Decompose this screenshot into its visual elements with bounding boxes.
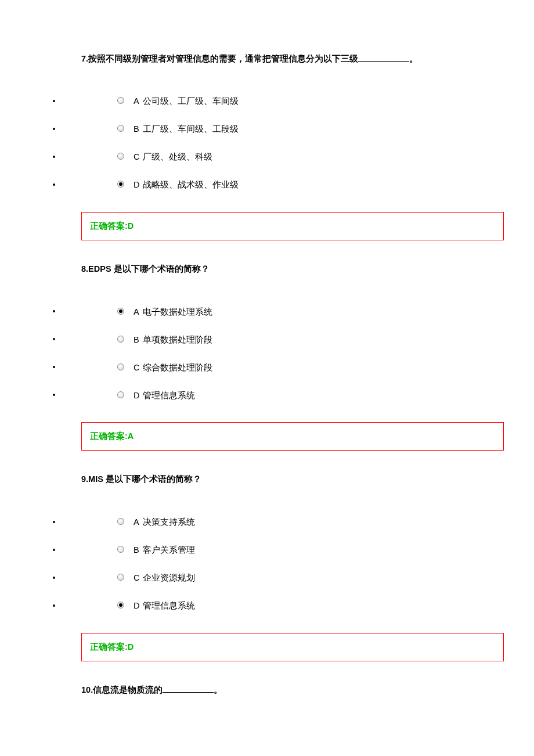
radio-selected-icon[interactable] — [117, 181, 124, 188]
answer-label: 正确答案: — [90, 431, 128, 441]
list-item: B单项数据处理阶段 — [62, 325, 534, 352]
answer-box: 正确答案:A — [81, 422, 504, 451]
question-number: 8. — [81, 264, 88, 273]
list-item: A决策支持系统 — [62, 507, 534, 535]
stem-text-pre: MIS 是以下哪个术语的简称？ — [88, 474, 201, 484]
question-number: 7. — [81, 54, 88, 63]
option-letter: C — [134, 564, 139, 592]
radio-unselected-icon[interactable] — [117, 125, 124, 132]
radio-selected-icon[interactable] — [117, 602, 124, 609]
option-text: 管理信息系统 — [143, 381, 195, 409]
list-item: B客户关系管理 — [62, 535, 534, 563]
option-letter: D — [134, 171, 139, 199]
list-item: C厂级、处级、科级 — [62, 142, 534, 170]
question-8-stem: 8.EDPS 是以下哪个术语的简称？ — [81, 262, 534, 276]
answer-label: 正确答案: — [90, 221, 128, 231]
answer-box: 正确答案:D — [81, 633, 504, 661]
radio-unselected-icon[interactable] — [117, 153, 124, 160]
option-letter: A — [134, 508, 139, 536]
list-item: D管理信息系统 — [62, 380, 534, 408]
page: 7.按照不同级别管理者对管理信息的需要，通常把管理信息分为以下三级。 A公司级、… — [0, 0, 534, 753]
question-7-options: A公司级、工厂级、车间级 B工厂级、车间级、工段级 C厂级、处级、科级 D战略级… — [0, 87, 534, 198]
answer-value: D — [128, 221, 134, 231]
list-item: D战略级、战术级、作业级 — [62, 170, 534, 198]
option-letter: B — [134, 326, 139, 354]
list-item: B工厂级、车间级、工段级 — [62, 114, 534, 142]
option-text: 决策支持系统 — [143, 508, 195, 536]
answer-label: 正确答案: — [90, 642, 128, 651]
radio-unselected-icon[interactable] — [117, 336, 124, 343]
question-10-stem: 10.信息流是物质流的。 — [81, 683, 534, 697]
stem-text-post: 。 — [409, 54, 418, 63]
question-9-stem: 9.MIS 是以下哪个术语的简称？ — [81, 473, 534, 486]
option-letter: B — [134, 536, 139, 564]
question-number: 10. — [81, 685, 93, 694]
question-7-stem: 7.按照不同级别管理者对管理信息的需要，通常把管理信息分为以下三级。 — [81, 52, 534, 66]
answer-value: D — [128, 642, 134, 651]
option-text: 客户关系管理 — [143, 536, 195, 564]
radio-unselected-icon[interactable] — [117, 546, 124, 553]
option-text: 战略级、战术级、作业级 — [143, 171, 239, 199]
option-letter: A — [134, 87, 139, 115]
radio-unselected-icon[interactable] — [117, 97, 124, 104]
question-8-options: A电子数据处理系统 B单项数据处理阶段 C综合数据处理阶段 D管理信息系统 — [0, 297, 534, 408]
question-number: 9. — [81, 474, 88, 484]
radio-unselected-icon[interactable] — [117, 391, 124, 398]
option-letter: C — [134, 354, 139, 381]
list-item: A电子数据处理系统 — [62, 297, 534, 325]
blank — [163, 684, 214, 693]
option-letter: B — [134, 115, 139, 143]
answer-box: 正确答案:D — [81, 212, 504, 240]
option-letter: D — [134, 381, 139, 409]
stem-text-post: 。 — [214, 685, 222, 694]
list-item: C企业资源规划 — [62, 563, 534, 591]
stem-text-pre: EDPS 是以下哪个术语的简称？ — [88, 264, 210, 273]
option-text: 单项数据处理阶段 — [143, 326, 212, 354]
radio-selected-icon[interactable] — [117, 308, 124, 315]
list-item: A公司级、工厂级、车间级 — [62, 87, 534, 114]
stem-text-pre: 信息流是物质流的 — [93, 685, 163, 694]
list-item: D管理信息系统 — [62, 591, 534, 619]
answer-value: A — [128, 431, 134, 441]
radio-unselected-icon[interactable] — [117, 518, 124, 525]
option-text: 电子数据处理系统 — [143, 298, 212, 326]
stem-text-pre: 按照不同级别管理者对管理信息的需要，通常把管理信息分为以下三级 — [88, 54, 358, 63]
option-text: 企业资源规划 — [143, 564, 195, 592]
list-item: C综合数据处理阶段 — [62, 352, 534, 380]
option-letter: D — [134, 592, 139, 620]
option-text: 公司级、工厂级、车间级 — [143, 87, 239, 115]
blank — [358, 53, 409, 62]
option-text: 综合数据处理阶段 — [143, 354, 212, 381]
option-text: 工厂级、车间级、工段级 — [143, 115, 239, 143]
option-letter: C — [134, 143, 139, 171]
radio-unselected-icon[interactable] — [117, 574, 124, 581]
question-9-options: A决策支持系统 B客户关系管理 C企业资源规划 D管理信息系统 — [0, 507, 534, 619]
option-text: 厂级、处级、科级 — [143, 143, 212, 171]
radio-unselected-icon[interactable] — [117, 363, 124, 370]
option-text: 管理信息系统 — [143, 592, 195, 620]
option-letter: A — [134, 298, 139, 326]
